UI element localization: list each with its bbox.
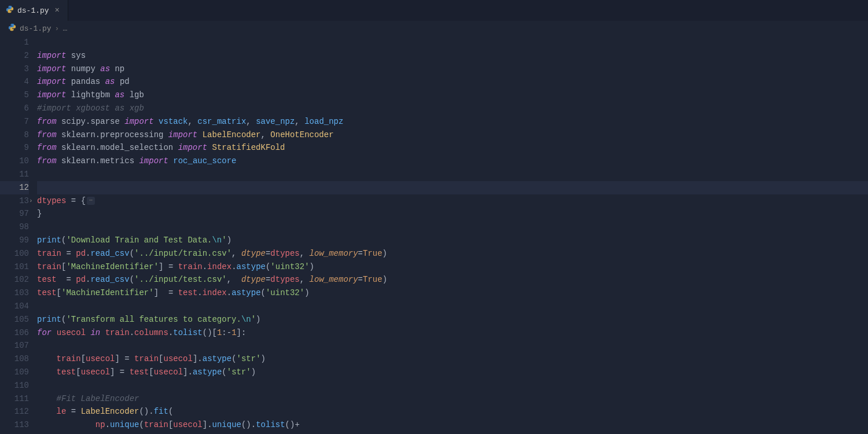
- code-line[interactable]: print('Download Train and Test Data.\n'): [37, 234, 868, 247]
- code-line[interactable]: }: [37, 207, 868, 220]
- breadcrumb-more: …: [62, 24, 67, 33]
- code-line[interactable]: [37, 379, 868, 392]
- code-line[interactable]: [37, 181, 868, 194]
- editor-tab[interactable]: ds-1.py ×: [0, 0, 68, 21]
- line-number[interactable]: 99: [0, 234, 29, 247]
- code-line[interactable]: print('Transform all features to categor…: [37, 313, 868, 326]
- python-file-icon: [6, 5, 14, 16]
- python-file-icon: [8, 23, 16, 34]
- line-number[interactable]: 103: [0, 286, 29, 300]
- line-number[interactable]: 1: [0, 36, 29, 49]
- code-line[interactable]: for usecol in train.columns.tolist()[1:-…: [37, 326, 868, 340]
- line-number[interactable]: 107: [0, 339, 29, 352]
- line-number[interactable]: 111: [0, 392, 29, 406]
- code-line[interactable]: from scipy.sparse import vstack, csr_mat…: [37, 115, 868, 128]
- code-line[interactable]: train = pd.read_csv('../input/train.csv'…: [37, 247, 868, 260]
- line-number[interactable]: 104: [0, 300, 29, 313]
- code-line[interactable]: le = LabelEncoder().fit(: [37, 405, 868, 418]
- code-line[interactable]: [37, 168, 868, 181]
- code-line[interactable]: train[usecol] = train[usecol].astype('st…: [37, 352, 868, 366]
- line-number[interactable]: 105: [0, 313, 29, 326]
- line-number-gutter[interactable]: 1234567891011121397989910010110210310410…: [0, 36, 37, 434]
- code-line[interactable]: #import xgboost as xgb: [37, 102, 868, 115]
- code-line[interactable]: [37, 220, 868, 234]
- line-number[interactable]: 102: [0, 273, 29, 286]
- breadcrumb[interactable]: ds-1.py › …: [0, 21, 868, 36]
- line-number[interactable]: 10: [0, 155, 29, 168]
- code-line[interactable]: [37, 36, 868, 49]
- breadcrumb-filename: ds-1.py: [20, 24, 52, 33]
- code-line[interactable]: from sklearn.model_selection import Stra…: [37, 141, 868, 155]
- code-line[interactable]: from sklearn.preprocessing import LabelE…: [37, 128, 868, 142]
- line-number[interactable]: 5: [0, 89, 29, 102]
- code-line[interactable]: train['MachineIdentifier'] = train.index…: [37, 260, 868, 274]
- code-line[interactable]: test['MachineIdentifier'] = test.index.a…: [37, 286, 868, 300]
- code-editor[interactable]: 1234567891011121397989910010110210310410…: [0, 36, 868, 434]
- line-number[interactable]: 9: [0, 141, 29, 155]
- line-number[interactable]: 12: [0, 181, 29, 194]
- chevron-right-icon: ›: [55, 24, 60, 33]
- code-line[interactable]: test[usecol] = test[usecol].astype('str'…: [37, 366, 868, 379]
- line-number[interactable]: 11: [0, 168, 29, 181]
- code-line[interactable]: import pandas as pd: [37, 75, 868, 89]
- line-number[interactable]: 8: [0, 128, 29, 142]
- line-number[interactable]: 3: [0, 62, 29, 76]
- tab-filename: ds-1.py: [17, 6, 49, 15]
- close-icon[interactable]: ×: [53, 6, 62, 15]
- code-line[interactable]: [37, 339, 868, 352]
- code-line[interactable]: #Fit LabelEncoder: [37, 392, 868, 406]
- line-number[interactable]: 97: [0, 207, 29, 220]
- line-number[interactable]: 109: [0, 366, 29, 379]
- line-number[interactable]: 100: [0, 247, 29, 260]
- code-line[interactable]: test = pd.read_csv('../input/test.csv', …: [37, 273, 868, 286]
- line-number[interactable]: 98: [0, 220, 29, 234]
- tab-bar: ds-1.py ×: [0, 0, 868, 21]
- line-number[interactable]: 101: [0, 260, 29, 274]
- line-number[interactable]: 113: [0, 418, 29, 432]
- line-number[interactable]: 4: [0, 75, 29, 89]
- code-line[interactable]: np.unique(train[usecol].unique().tolist(…: [37, 418, 868, 432]
- code-line[interactable]: [37, 300, 868, 313]
- code-line[interactable]: from sklearn.metrics import roc_auc_scor…: [37, 155, 868, 168]
- line-number[interactable]: 112: [0, 405, 29, 418]
- line-number[interactable]: 110: [0, 379, 29, 392]
- fold-chevron-icon[interactable]: ›: [29, 194, 33, 208]
- line-number[interactable]: 7: [0, 115, 29, 128]
- code-line[interactable]: import lightgbm as lgb: [37, 89, 868, 102]
- line-number[interactable]: 13: [0, 194, 29, 208]
- code-line[interactable]: import sys: [37, 49, 868, 62]
- line-number[interactable]: 6: [0, 102, 29, 115]
- line-number[interactable]: 108: [0, 352, 29, 366]
- code-line[interactable]: import numpy as np: [37, 62, 868, 76]
- code-content[interactable]: import sysimport numpy as npimport panda…: [37, 36, 868, 434]
- code-line[interactable]: ›dtypes = {⋯: [37, 194, 868, 208]
- line-number[interactable]: 2: [0, 49, 29, 62]
- line-number[interactable]: 106: [0, 326, 29, 340]
